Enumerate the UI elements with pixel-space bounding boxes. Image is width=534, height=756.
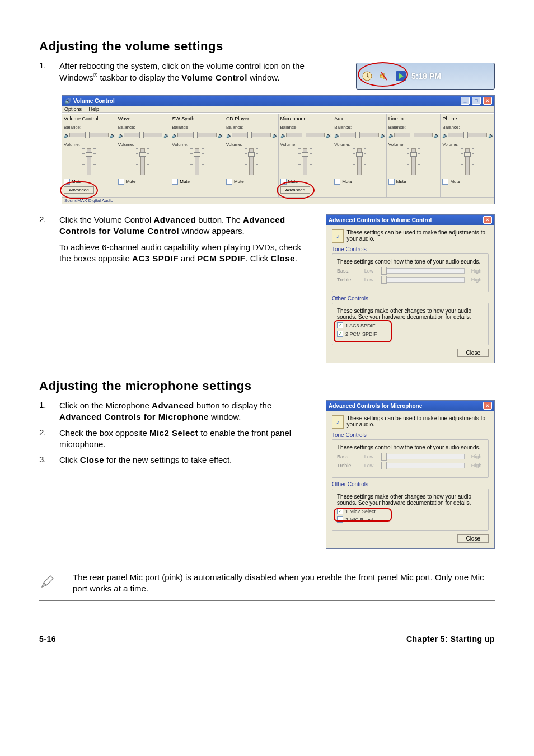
- fieldset-label: Other Controls: [332, 481, 489, 487]
- mixer-col-phone: Phone Balance: 🔈🔉 Volume: Mute: [441, 114, 494, 197]
- speaker-left-icon: 🔈: [334, 133, 339, 137]
- statusbar: SoundMAX Digital Audio: [62, 197, 494, 204]
- dialog-titlebar: Advanced Controls for Volume Control×: [326, 215, 494, 225]
- mute-checkbox[interactable]: [226, 179, 232, 185]
- balance-label: Balance:: [334, 125, 385, 130]
- mixer-col-linein: Line In Balance: 🔈🔉 Volume: Mute: [387, 114, 441, 197]
- mixer-col-cdplayer: CD Player Balance: 🔈🔉 Volume: Mute: [224, 114, 279, 197]
- mute-checkbox[interactable]: [442, 179, 448, 185]
- bass-slider[interactable]: [381, 268, 465, 274]
- volume-slider[interactable]: [249, 148, 254, 175]
- mute-row[interactable]: Mute: [388, 179, 439, 185]
- balance-label: Balance:: [442, 125, 493, 130]
- treble-slider[interactable]: [381, 463, 465, 468]
- mute-checkbox[interactable]: [334, 179, 340, 185]
- volume-slider[interactable]: [357, 148, 362, 175]
- mute-row[interactable]: Mute: [334, 179, 385, 185]
- menu-options[interactable]: Options: [64, 106, 82, 112]
- volume-slider[interactable]: [87, 148, 91, 175]
- pcm-spdif-row[interactable]: ✓2 PCM SPDIF: [337, 331, 484, 337]
- text: window.: [209, 412, 241, 421]
- volume-slider[interactable]: [411, 148, 416, 175]
- mute-row[interactable]: Mute: [442, 179, 493, 185]
- chapter-title: Chapter 5: Starting up: [406, 635, 495, 644]
- text: and: [179, 253, 197, 263]
- mute-row[interactable]: Mute: [172, 179, 222, 185]
- text: Click the Volume Control: [59, 215, 153, 224]
- minimize-button[interactable]: _: [461, 97, 470, 105]
- balance-label: Balance:: [64, 125, 114, 130]
- menu-help[interactable]: Help: [89, 106, 100, 112]
- volume-label: Volume:: [226, 142, 277, 147]
- mute-checkbox[interactable]: [388, 179, 395, 185]
- balance-label: Balance:: [388, 125, 439, 130]
- text: . Click: [246, 253, 271, 263]
- mute-row[interactable]: Mute: [64, 179, 114, 185]
- mic-boost-row[interactable]: 2 MIC Boost: [337, 516, 484, 523]
- fieldset-label: Tone Controls: [332, 246, 489, 252]
- window-titlebar: 🔊 Volume Control _ □ ×: [62, 96, 494, 106]
- volume-advanced-button[interactable]: Advanced: [64, 186, 94, 194]
- mute-row[interactable]: Mute: [226, 179, 277, 185]
- checkbox[interactable]: ✓: [337, 331, 343, 337]
- mute-label: Mute: [288, 179, 298, 184]
- volume-slider[interactable]: [465, 148, 470, 175]
- mute-row[interactable]: Mute: [280, 179, 331, 185]
- close-button[interactable]: Close: [457, 534, 489, 543]
- mic-advanced-button[interactable]: Advanced: [280, 186, 311, 194]
- high-label: High: [469, 268, 484, 274]
- step-number: 2.: [39, 214, 51, 224]
- volume-slider[interactable]: [195, 148, 199, 175]
- balance-slider[interactable]: [232, 133, 271, 137]
- balance-slider[interactable]: [394, 133, 433, 137]
- mute-row[interactable]: Mute: [118, 179, 168, 185]
- close-button[interactable]: ×: [483, 402, 492, 410]
- text: Click: [59, 455, 80, 464]
- balance-slider[interactable]: [448, 133, 487, 137]
- volume-label: Volume:: [334, 142, 385, 147]
- volume-slider[interactable]: [303, 148, 307, 175]
- vol-step-1: 1. After rebooting the system, click on …: [39, 60, 345, 84]
- close-button[interactable]: ×: [483, 216, 492, 224]
- advanced-microphone-dialog: Advanced Controls for Microphone× ♪These…: [326, 400, 495, 549]
- other-controls-fieldset: These settings make other changes to how…: [332, 489, 489, 531]
- mute-label: Mute: [180, 179, 190, 184]
- mute-checkbox[interactable]: [64, 179, 70, 185]
- mute-label: Mute: [234, 179, 244, 184]
- note-icon: ♪: [332, 415, 344, 429]
- tone-controls-fieldset: These settings control how the tone of y…: [332, 253, 489, 292]
- treble-slider[interactable]: [381, 277, 465, 283]
- bold-text: Close: [80, 455, 104, 464]
- volume-slider[interactable]: [140, 148, 145, 175]
- low-label: Low: [362, 268, 376, 274]
- bold-text: Advanced: [152, 401, 194, 410]
- mic-step-3: 3. Click Close for the new settings to t…: [39, 454, 315, 466]
- mute-checkbox[interactable]: [172, 179, 178, 185]
- mute-label: Mute: [396, 179, 406, 184]
- ac3-spdif-row[interactable]: ✓1 AC3 SPDIF: [337, 322, 484, 328]
- low-label: Low: [362, 277, 376, 283]
- bass-slider[interactable]: [381, 454, 465, 459]
- balance-slider[interactable]: [69, 133, 109, 137]
- mute-checkbox[interactable]: [280, 179, 287, 185]
- close-button[interactable]: ×: [483, 97, 492, 105]
- treble-label: Treble:: [337, 463, 357, 468]
- mute-label: Mute: [72, 179, 82, 184]
- annotation-circle: [358, 62, 408, 87]
- checkbox[interactable]: [337, 516, 343, 523]
- close-button[interactable]: Close: [457, 349, 489, 357]
- mic2-select-row[interactable]: ✓1 Mic2 Select: [337, 508, 484, 514]
- mute-checkbox[interactable]: [118, 179, 124, 185]
- mute-label: Mute: [126, 179, 136, 184]
- col-title: CD Player: [226, 116, 277, 121]
- maximize-button[interactable]: □: [472, 97, 481, 105]
- checkbox[interactable]: ✓: [337, 508, 343, 514]
- balance-slider[interactable]: [340, 133, 379, 137]
- text: for the new settings to take effect.: [104, 455, 232, 464]
- tone-controls-fieldset: These settings control how the tone of y…: [332, 439, 489, 478]
- balance-slider[interactable]: [124, 133, 163, 137]
- balance-slider[interactable]: [286, 133, 325, 137]
- control-icon: 🔊: [64, 98, 71, 104]
- balance-slider[interactable]: [177, 133, 217, 137]
- checkbox[interactable]: ✓: [337, 322, 343, 328]
